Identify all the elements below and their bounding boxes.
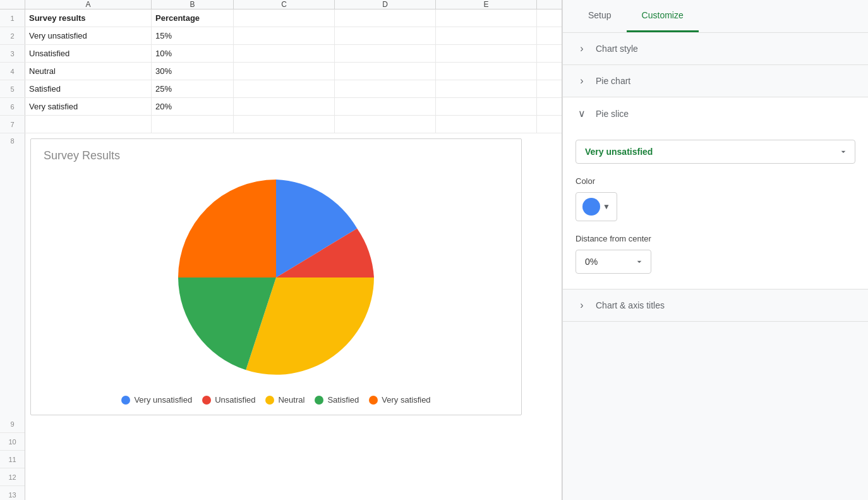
accordion-chart-style: › Chart style [563, 33, 868, 65]
table-row[interactable]: 4 Neutral 30% [0, 63, 562, 80]
distance-select-dropdown[interactable]: 0% 10% 20% 30% [576, 250, 651, 274]
row-num-1: 1 [0, 9, 25, 27]
legend-dot-very-unsatisfied [121, 396, 130, 405]
chart-cell[interactable]: Survey Results [25, 133, 527, 415]
cell-1d[interactable] [335, 9, 436, 27]
legend-dot-unsatisfied [202, 396, 211, 405]
spreadsheet-area: A B C D E 1 Survey results Percentage 2 … [0, 0, 562, 500]
row-num-8: 8 [0, 133, 25, 415]
cell-4d[interactable] [335, 63, 436, 80]
table-row[interactable]: 7 [0, 116, 562, 133]
accordion-chart-style-label: Chart style [596, 44, 638, 54]
chevron-down-icon: ∨ [576, 107, 588, 119]
cell-3e[interactable] [436, 45, 537, 62]
legend-dot-satisfied [315, 396, 323, 405]
table-row[interactable]: 3 Unsatisfied 10% [0, 45, 562, 63]
legend-item-very-satisfied: Very satisfied [369, 395, 430, 405]
cell-3c[interactable] [234, 45, 335, 62]
legend-item-very-unsatisfied: Very unsatisfied [121, 395, 192, 405]
chart-container: Survey Results [30, 138, 522, 415]
chevron-right-icon: › [576, 43, 588, 54]
accordion-chart-axis-titles: › Chart & axis titles [563, 290, 868, 322]
right-panel: Setup Customize › Chart style › Pie char… [562, 0, 868, 500]
table-row[interactable]: 6 Very satisfied 20% [0, 98, 562, 116]
table-row[interactable]: 2 Very unsatisfied 15% [0, 27, 562, 45]
chart-content: Very unsatisfied Unsatisfied Neutral [44, 170, 509, 405]
cell-1b[interactable]: Percentage [152, 9, 234, 27]
data-rows: 1 Survey results Percentage 2 Very unsat… [0, 9, 562, 133]
tab-setup[interactable]: Setup [573, 0, 627, 32]
cell-6d[interactable] [335, 98, 436, 115]
accordion-pie-chart: › Pie chart [563, 65, 868, 97]
cell-2b[interactable]: 15% [152, 27, 234, 44]
slice-select-dropdown[interactable]: Very unsatisfied Unsatisfied Neutral Sat… [576, 140, 855, 164]
cell-3b[interactable]: 10% [152, 45, 234, 62]
cell-6e[interactable] [436, 98, 537, 115]
cell-2e[interactable] [436, 27, 537, 44]
cell-6b[interactable]: 20% [152, 98, 234, 115]
distance-label: Distance from center [576, 234, 855, 243]
accordion-pie-slice-header[interactable]: ∨ Pie slice [563, 97, 868, 130]
legend-item-unsatisfied: Unsatisfied [202, 395, 255, 405]
accordion-pie-slice-label: Pie slice [596, 109, 629, 119]
cell-6c[interactable] [234, 98, 335, 115]
cell-6a[interactable]: Very satisfied [25, 98, 152, 115]
legend-dot-very-satisfied [369, 396, 378, 405]
chevron-right-icon: › [576, 300, 588, 311]
cell-7c[interactable] [234, 116, 335, 133]
cell-1c[interactable] [234, 9, 335, 27]
color-swatch [582, 198, 600, 216]
tab-customize[interactable]: Customize [627, 0, 699, 32]
cell-5b[interactable]: 25% [152, 80, 234, 97]
cell-3d[interactable] [335, 45, 436, 62]
cell-2c[interactable] [234, 27, 335, 44]
cell-4b[interactable]: 30% [152, 63, 234, 80]
cell-7b[interactable] [152, 116, 234, 133]
cell-1a[interactable]: Survey results [25, 9, 152, 27]
row-nums-9-20: 9 10 11 12 13 14 15 16 17 18 19 20 [0, 415, 25, 500]
panel-content: › Chart style › Pie chart ∨ Pie slice Ve… [563, 33, 868, 500]
chart-legend: Very unsatisfied Unsatisfied Neutral [121, 395, 430, 405]
legend-label-neutral: Neutral [278, 395, 304, 405]
legend-label-very-unsatisfied: Very unsatisfied [134, 395, 192, 405]
cell-4c[interactable] [234, 63, 335, 80]
legend-item-satisfied: Satisfied [315, 395, 359, 405]
legend-label-very-satisfied: Very satisfied [382, 395, 430, 405]
row-num-4: 4 [0, 63, 25, 80]
row-num-5: 5 [0, 80, 25, 97]
accordion-chart-axis-titles-header[interactable]: › Chart & axis titles [563, 290, 868, 321]
cell-7d[interactable] [335, 116, 436, 133]
color-picker-row: ▼ [576, 192, 855, 221]
cell-7e[interactable] [436, 116, 537, 133]
accordion-chart-style-header[interactable]: › Chart style [563, 33, 868, 64]
legend-label-satisfied: Satisfied [327, 395, 359, 405]
col-header-a: A [25, 0, 152, 9]
table-row[interactable]: 1 Survey results Percentage [0, 9, 562, 27]
cell-5a[interactable]: Satisfied [25, 80, 152, 97]
cell-4e[interactable] [436, 63, 537, 80]
cell-5e[interactable] [436, 80, 537, 97]
chevron-right-icon: › [576, 75, 588, 87]
color-label: Color [576, 176, 855, 186]
pie-chart-svg [162, 170, 390, 385]
legend-item-neutral: Neutral [265, 395, 304, 405]
row-num-6: 6 [0, 98, 25, 115]
cell-5c[interactable] [234, 80, 335, 97]
cell-3a[interactable]: Unsatisfied [25, 45, 152, 62]
color-swatch-button[interactable]: ▼ [576, 192, 617, 221]
legend-dot-neutral [265, 396, 274, 405]
cell-4a[interactable]: Neutral [25, 63, 152, 80]
cell-7a[interactable] [25, 116, 152, 133]
cell-1e[interactable] [436, 9, 537, 27]
cell-2d[interactable] [335, 27, 436, 44]
col-header-c: C [234, 0, 335, 9]
accordion-pie-chart-header[interactable]: › Pie chart [563, 65, 868, 97]
row-num-header [0, 0, 25, 9]
table-row[interactable]: 5 Satisfied 25% [0, 80, 562, 98]
col-headers: A B C D E [0, 0, 562, 9]
cell-5d[interactable] [335, 80, 436, 97]
accordion-chart-axis-titles-label: Chart & axis titles [596, 300, 665, 310]
pie-slice-very-satisfied[interactable] [178, 180, 276, 277]
accordion-pie-chart-label: Pie chart [596, 76, 630, 86]
cell-2a[interactable]: Very unsatisfied [25, 27, 152, 44]
